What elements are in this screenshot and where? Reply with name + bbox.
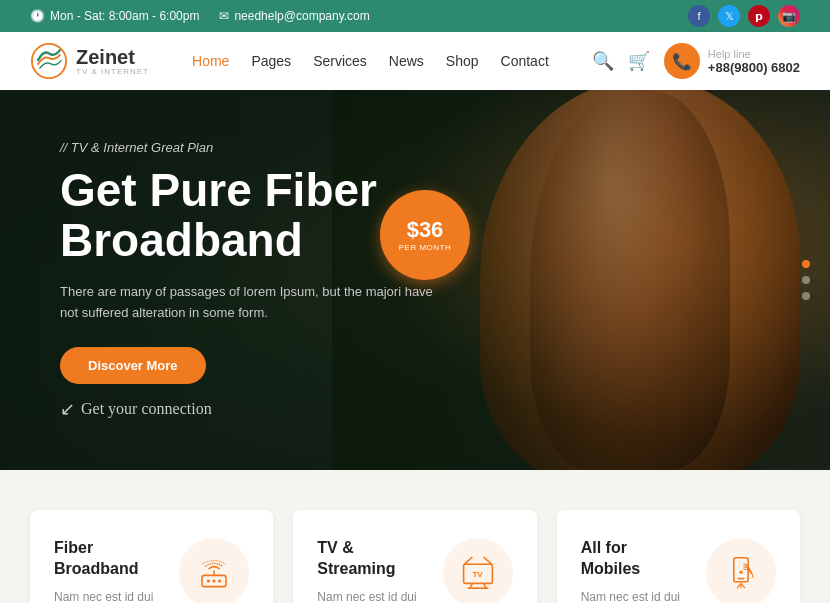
nav-services[interactable]: Services [313,53,367,69]
service-fiber-desc: Nam nec est id dui efficitur [54,588,163,603]
hours-item: 🕐 Mon - Sat: 8:00am - 6:00pm [30,9,199,23]
slider-dots [802,260,810,300]
service-tv-text: TV & Streaming Nam nec est id dui effici… [317,538,426,603]
service-fiber-icon-wrap [179,538,249,603]
email-text: needhelp@company.com [234,9,369,23]
main-nav: Home Pages Services News Shop Contact [192,53,549,69]
service-card-mobile: All for Mobiles Nam nec est id dui effic… [557,510,800,603]
phone-icon[interactable]: 📞 [664,43,700,79]
hero-section: // TV & Internet Great Plan Get Pure Fib… [0,90,830,470]
svg-point-13 [739,571,742,574]
service-mobile-icon-wrap [706,538,776,603]
nav-home[interactable]: Home [192,53,229,69]
slider-dot-1[interactable] [802,260,810,268]
service-tv-icon-wrap: TV [443,538,513,603]
logo-brand: Zeinet [76,47,149,67]
service-fiber-text: Fiber Broadband Nam nec est id dui effic… [54,538,163,603]
services-section: Fiber Broadband Nam nec est id dui effic… [0,470,830,603]
price-period: PER MONTH [399,243,452,252]
cart-icon[interactable]: 🛒 [628,50,650,72]
search-icon[interactable]: 🔍 [592,50,614,72]
email-item: ✉ needhelp@company.com [219,9,369,23]
logo[interactable]: Zeinet TV & INTERNET [30,42,149,80]
nav-shop[interactable]: Shop [446,53,479,69]
svg-text:TV: TV [472,570,483,579]
service-mobile-desc: Nam nec est id dui efficitur [581,588,690,603]
hero-content: // TV & Internet Great Plan Get Pure Fib… [0,140,500,421]
service-tv-desc: Nam nec est id dui efficitur [317,588,426,603]
nav-news[interactable]: News [389,53,424,69]
service-fiber-title: Fiber Broadband [54,538,163,580]
hours-text: Mon - Sat: 8:00am - 6:00pm [50,9,199,23]
svg-point-3 [213,579,216,582]
price-amount: $36 [407,218,444,242]
svg-point-4 [218,579,221,582]
social-icons: f 𝕏 𝗽 📷 [688,5,800,27]
header: Zeinet TV & INTERNET Home Pages Services… [0,32,830,90]
hero-script-text: ↙ Get your connection [60,398,440,420]
helpline-number: +88(9800) 6802 [708,60,800,75]
hero-description: There are many of passages of lorem Ipsu… [60,282,440,324]
services-grid: Fiber Broadband Nam nec est id dui effic… [30,510,800,603]
header-right: 🔍 🛒 📞 Help line +88(9800) 6802 [592,43,800,79]
price-badge: $36 PER MONTH [380,190,470,280]
helpline: 📞 Help line +88(9800) 6802 [664,43,800,79]
service-tv-title: TV & Streaming [317,538,426,580]
slider-dot-2[interactable] [802,276,810,284]
hero-title-line1: Get Pure Fiber [60,164,377,216]
nav-contact[interactable]: Contact [501,53,549,69]
nav-pages[interactable]: Pages [251,53,291,69]
hero-subtitle: // TV & Internet Great Plan [60,140,440,155]
service-mobile-title: All for Mobiles [581,538,690,580]
twitter-icon[interactable]: 𝕏 [718,5,740,27]
svg-point-2 [207,579,210,582]
slider-dot-3[interactable] [802,292,810,300]
script-label: Get your connection [81,400,212,418]
helpline-info: Help line +88(9800) 6802 [708,48,800,75]
service-card-fiber: Fiber Broadband Nam nec est id dui effic… [30,510,273,603]
discover-more-button[interactable]: Discover More [60,347,206,384]
top-bar-left: 🕐 Mon - Sat: 8:00am - 6:00pm ✉ needhelp@… [30,9,370,23]
helpline-label: Help line [708,48,800,60]
service-mobile-text: All for Mobiles Nam nec est id dui effic… [581,538,690,603]
pinterest-icon[interactable]: 𝗽 [748,5,770,27]
mail-icon: ✉ [219,9,229,23]
clock-icon: 🕐 [30,9,45,23]
logo-svg [30,42,68,80]
hero-title-line2: Broadband [60,214,303,266]
facebook-icon[interactable]: f [688,5,710,27]
arrow-icon: ↙ [60,398,75,420]
mobile-icon [721,553,761,593]
instagram-icon[interactable]: 📷 [778,5,800,27]
logo-subtitle: TV & INTERNET [76,67,149,76]
tv-icon: TV [458,553,498,593]
service-card-tv: TV & Streaming Nam nec est id dui effici… [293,510,536,603]
top-bar: 🕐 Mon - Sat: 8:00am - 6:00pm ✉ needhelp@… [0,0,830,32]
logo-text-wrap: Zeinet TV & INTERNET [76,47,149,76]
router-icon [194,553,234,593]
